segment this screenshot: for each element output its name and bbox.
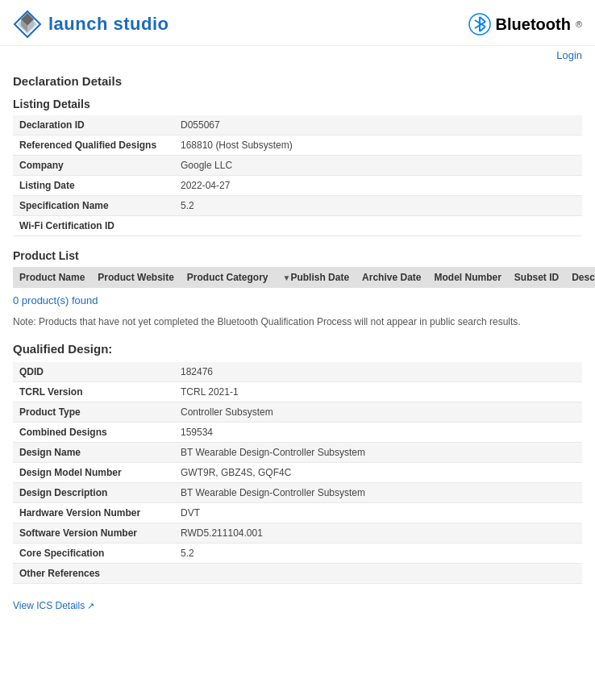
listing-value: 168810 (Host Subsystem) xyxy=(174,135,582,156)
listing-value: 2022-04-27 xyxy=(174,176,582,196)
qualified-label: Design Name xyxy=(13,443,174,463)
declaration-details-title: Declaration Details xyxy=(13,74,582,88)
listing-value: 5.2 xyxy=(174,196,582,216)
listing-label: Listing Date xyxy=(13,176,174,196)
product-column-header: Subset ID xyxy=(508,267,565,288)
qualified-label: Software Version Number xyxy=(13,523,174,544)
listing-row: Declaration IDD055067 xyxy=(13,115,582,135)
qualified-row: Hardware Version NumberDVT xyxy=(13,503,582,523)
listing-row: Referenced Qualified Designs168810 (Host… xyxy=(13,135,582,156)
login-row: Login xyxy=(0,46,595,66)
logo-text: launch studio xyxy=(48,14,169,35)
bluetooth-label: Bluetooth xyxy=(496,15,571,34)
qualified-label: Other References xyxy=(13,564,174,584)
qualified-value: 5.2 xyxy=(174,544,582,564)
qualified-label: Product Type xyxy=(13,402,174,423)
product-list-title: Product List xyxy=(13,249,582,262)
qualified-row: TCRL VersionTCRL 2021-1 xyxy=(13,382,582,402)
product-table: Product NameProduct WebsiteProduct Categ… xyxy=(13,267,595,288)
qualified-row: Product TypeController Subsystem xyxy=(13,402,582,423)
qualified-value: GWT9R, GBZ4S, GQF4C xyxy=(174,463,582,483)
qualified-value: Controller Subsystem xyxy=(174,402,582,423)
bluetooth-icon xyxy=(468,13,491,35)
svg-line-10 xyxy=(480,27,485,31)
product-column-header: Archive Date xyxy=(356,267,427,288)
product-column-header: Product Name xyxy=(13,267,91,288)
qualified-label: TCRL Version xyxy=(13,382,174,402)
qualified-value: BT Wearable Design-Controller Subsystem xyxy=(174,443,582,463)
bluetooth-reg: ® xyxy=(576,19,582,29)
qualified-row: Design Model NumberGWT9R, GBZ4S, GQF4C xyxy=(13,463,582,483)
qualified-row: Design DescriptionBT Wearable Design-Con… xyxy=(13,483,582,503)
content: Declaration Details Listing Details Decl… xyxy=(0,66,595,619)
listing-label: Company xyxy=(13,156,174,176)
launch-studio-icon xyxy=(13,10,42,39)
qualified-design-table: QDID182476TCRL VersionTCRL 2021-1Product… xyxy=(13,362,582,584)
listing-label: Specification Name xyxy=(13,196,174,216)
bluetooth-area: Bluetooth® xyxy=(468,13,582,35)
view-ics-label: View ICS Details xyxy=(13,600,85,611)
qualified-row: Combined Designs159534 xyxy=(13,423,582,443)
listing-value: D055067 xyxy=(174,115,582,135)
qualified-design-title: Qualified Design: xyxy=(13,342,582,356)
qualified-value: TCRL 2021-1 xyxy=(174,382,582,402)
qualified-label: Core Specification xyxy=(13,544,174,564)
listing-row: Wi-Fi Certification ID xyxy=(13,216,582,236)
qualified-label: Combined Designs xyxy=(13,423,174,443)
qualified-row: Design NameBT Wearable Design-Controller… xyxy=(13,443,582,463)
listing-label: Declaration ID xyxy=(13,115,174,135)
qualified-label: Hardware Version Number xyxy=(13,503,174,523)
listing-row: CompanyGoogle LLC xyxy=(13,156,582,176)
external-link-icon: ↗ xyxy=(87,601,94,611)
qualified-label: Design Model Number xyxy=(13,463,174,483)
qualified-value: 182476 xyxy=(174,362,582,382)
view-ics-link[interactable]: View ICS Details ↗ xyxy=(13,600,94,611)
qualified-label: Design Description xyxy=(13,483,174,503)
qualified-row: QDID182476 xyxy=(13,362,582,382)
qualified-value: 159534 xyxy=(174,423,582,443)
listing-details-title: Listing Details xyxy=(13,98,582,110)
listing-label: Referenced Qualified Designs xyxy=(13,135,174,156)
qualified-row: Core Specification5.2 xyxy=(13,544,582,564)
products-found: 0 product(s) found xyxy=(13,294,582,306)
product-column-header: Product Category xyxy=(181,267,275,288)
qualified-value: DVT xyxy=(174,503,582,523)
listing-row: Listing Date2022-04-27 xyxy=(13,176,582,196)
product-column-header: Description xyxy=(565,267,595,288)
listing-value: Google LLC xyxy=(174,156,582,176)
product-column-header: Product Website xyxy=(91,267,180,288)
header: launch studio Bluetooth® xyxy=(0,0,595,46)
listing-label: Wi-Fi Certification ID xyxy=(13,216,174,236)
product-table-header: Product NameProduct WebsiteProduct Categ… xyxy=(13,267,595,288)
listing-details-table: Declaration IDD055067Referenced Qualifie… xyxy=(13,115,582,236)
qualified-row: Software Version NumberRWD5.211104.001 xyxy=(13,523,582,544)
qualified-value: BT Wearable Design-Controller Subsystem xyxy=(174,483,582,503)
listing-value xyxy=(174,216,582,236)
login-link[interactable]: Login xyxy=(556,49,582,61)
note-text: Note: Products that have not yet complet… xyxy=(13,315,582,329)
product-column-header: Model Number xyxy=(427,267,507,288)
svg-line-7 xyxy=(480,17,485,22)
qualified-label: QDID xyxy=(13,362,174,382)
qualified-row: Other References xyxy=(13,564,582,584)
qualified-value xyxy=(174,564,582,584)
logo-area: launch studio xyxy=(13,10,169,39)
product-column-header[interactable]: ▼Publish Date xyxy=(275,267,356,288)
sort-arrow-icon: ▼ xyxy=(283,273,291,282)
listing-row: Specification Name5.2 xyxy=(13,196,582,216)
qualified-value: RWD5.211104.001 xyxy=(174,523,582,544)
